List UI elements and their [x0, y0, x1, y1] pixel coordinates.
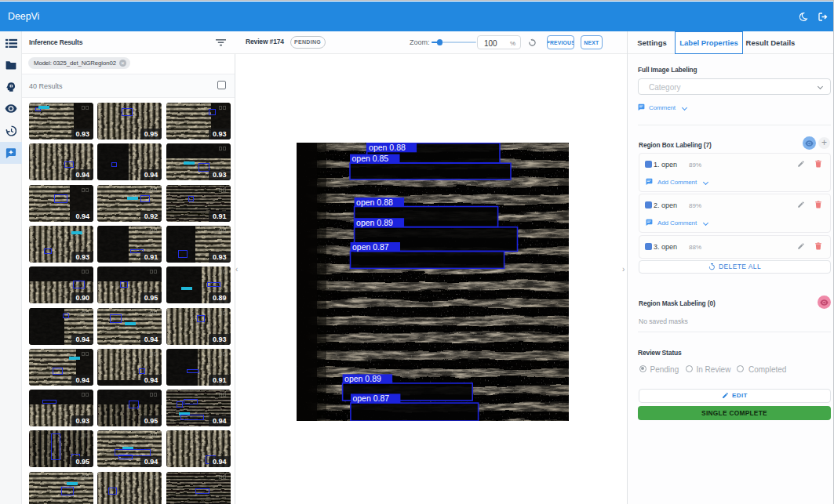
svg-text:open 0.87: open 0.87 — [352, 393, 389, 403]
svg-text:open 0.89: open 0.89 — [356, 218, 393, 227]
svg-text:open 0.88: open 0.88 — [369, 143, 406, 152]
svg-text:open 0.88: open 0.88 — [356, 198, 393, 207]
svg-text:open 0.89: open 0.89 — [344, 374, 381, 383]
svg-text:open 0.87: open 0.87 — [352, 242, 389, 252]
svg-text:open 0.85: open 0.85 — [352, 154, 389, 163]
